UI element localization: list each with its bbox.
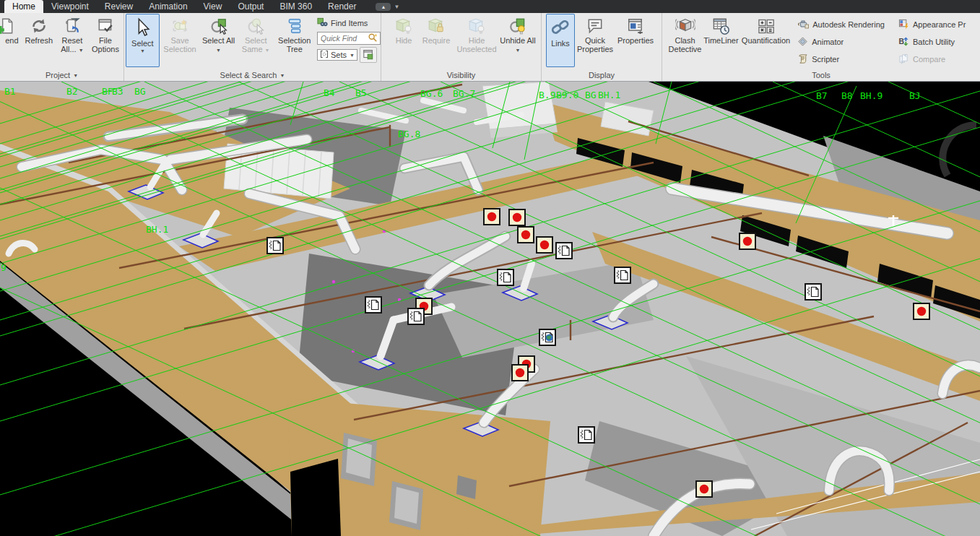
quick-properties-icon <box>586 15 604 37</box>
link-document-marker[interactable] <box>267 238 283 254</box>
select-same-icon <box>246 15 265 37</box>
link-document-marker[interactable] <box>615 267 630 283</box>
timeliner-button[interactable]: TimeLiner <box>702 14 740 67</box>
compare-icon <box>898 53 909 66</box>
clash-marker[interactable] <box>518 227 534 243</box>
grid-label: BG <box>585 90 597 100</box>
link-document-marker[interactable] <box>805 284 821 300</box>
clash-marker[interactable] <box>696 481 712 497</box>
links-button[interactable]: Links <box>546 14 575 67</box>
grid-label: B8 <box>841 90 853 101</box>
tab-home[interactable]: Home <box>4 0 43 13</box>
require-button[interactable]: Require <box>419 14 454 67</box>
panel-footer-select-search[interactable]: Select & Search▼ <box>124 69 381 81</box>
model-viewport[interactable]: B1B2BFB3BGB4B5BG.6BG.7BG.8B.9B9.0BGBH.1B… <box>0 82 980 536</box>
ribbon-display-toggle[interactable]: ▲ ▼ <box>376 0 399 13</box>
select-cursor-icon <box>132 15 152 40</box>
autodesk-rendering-button[interactable]: Autodesk Rendering <box>797 16 893 33</box>
panel-footer-tools[interactable]: Tools <box>662 69 980 81</box>
sets-dropdown[interactable]: Sets ▼ <box>317 49 357 61</box>
append-label: end <box>5 37 18 46</box>
unhide-all-icon <box>508 15 527 37</box>
panel-select-search: Select ▼ Save Selection Select All ▼ Se <box>124 13 381 81</box>
quick-properties-button[interactable]: Quick Properties <box>575 14 615 67</box>
clash-marker[interactable] <box>914 303 929 319</box>
clash-marker[interactable] <box>740 233 755 249</box>
panel-visibility-title: Visibility <box>447 71 476 79</box>
quick-find-search-icon[interactable] <box>368 33 378 46</box>
autodesk-rendering-icon <box>797 18 809 31</box>
refresh-label: Refresh <box>25 37 53 46</box>
scripter-button[interactable]: Scripter <box>797 51 893 68</box>
tab-viewpoint[interactable]: Viewpoint <box>43 0 97 13</box>
compare-button[interactable]: Compare <box>898 51 979 68</box>
grid-label: B9.0 <box>556 90 578 100</box>
tab-list: HomeViewpointReviewAnimationViewOutputBI… <box>4 0 364 13</box>
appearance-profiler-button[interactable]: Appearance Pr <box>898 16 979 33</box>
quantification-label: Quantification <box>742 37 790 46</box>
properties-button[interactable]: Properties <box>615 14 656 67</box>
select-all-button[interactable]: Select All ▼ <box>200 14 237 67</box>
grid-label: BJ <box>909 90 921 101</box>
select-all-label: Select All ▼ <box>200 37 237 53</box>
link-document-marker[interactable] <box>498 269 513 285</box>
append-button[interactable]: end <box>1 14 22 67</box>
batch-utility-icon: B <box>898 36 909 48</box>
ribbon: end Refresh Reset All... ▼ File Options <box>0 13 980 82</box>
reset-all-button[interactable]: Reset All... ▼ <box>56 14 89 67</box>
quantification-button[interactable]: Quantification <box>740 14 792 67</box>
hide-button[interactable]: Hide <box>389 14 419 67</box>
quick-properties-label: Quick Properties <box>575 37 615 53</box>
select-same-button[interactable]: Select Same ▼ <box>237 14 275 67</box>
tab-bim-360[interactable]: BIM 360 <box>272 0 320 13</box>
quick-find-box <box>317 31 379 45</box>
unhide-all-button[interactable]: Unhide All ▼ <box>500 14 536 67</box>
grid-label: BH.1 <box>598 90 620 100</box>
save-selection-label: Save Selection <box>160 37 200 53</box>
svg-text:B: B <box>898 38 903 46</box>
clash-marker[interactable] <box>484 209 500 225</box>
find-items-button[interactable]: Find Items <box>317 17 379 29</box>
link-document-marker[interactable] <box>365 297 381 313</box>
clash-marker[interactable] <box>509 209 525 225</box>
selection-tree-button[interactable]: Selection Tree <box>274 14 314 67</box>
tab-view[interactable]: View <box>196 0 230 13</box>
animator-button[interactable]: Animator <box>797 33 893 51</box>
manage-sets-button[interactable] <box>360 47 377 63</box>
clash-detective-button[interactable]: Clash Detective <box>668 14 702 67</box>
hide-unselected-label: Hide Unselected <box>454 37 500 53</box>
file-options-button[interactable]: File Options <box>89 14 122 67</box>
grid-label: B1 <box>4 86 16 97</box>
link-document-marker[interactable] <box>578 427 594 443</box>
grid-label: B3 <box>112 86 123 97</box>
animator-label: Animator <box>812 38 844 46</box>
select-button[interactable]: Select ▼ <box>126 14 160 67</box>
panel-footer-visibility[interactable]: Visibility <box>381 69 541 81</box>
tab-output[interactable]: Output <box>230 0 272 13</box>
properties-label: Properties <box>617 37 654 46</box>
hide-unselected-icon <box>467 15 486 37</box>
save-selection-icon <box>170 15 189 37</box>
reset-all-icon <box>63 15 82 37</box>
tab-render[interactable]: Render <box>320 0 364 13</box>
hide-unselected-button[interactable]: Hide Unselected <box>454 14 500 67</box>
collapse-ribbon-icon: ▲ <box>376 3 391 11</box>
refresh-button[interactable]: Refresh <box>22 14 56 67</box>
tab-animation[interactable]: Animation <box>141 0 195 13</box>
compare-label: Compare <box>913 55 945 64</box>
link-web-marker[interactable] <box>539 329 555 345</box>
clash-marker[interactable] <box>512 365 528 381</box>
panel-footer-display[interactable]: Display <box>542 69 662 81</box>
grid-label: BG <box>134 86 146 97</box>
links-label: Links <box>551 40 570 48</box>
batch-utility-button[interactable]: B Batch Utility <box>898 33 979 51</box>
tab-review[interactable]: Review <box>97 0 141 13</box>
append-icon <box>0 15 15 37</box>
link-document-marker[interactable] <box>408 308 424 324</box>
model-view-3d[interactable]: B1B2BFB3BGB4B5BG.6BG.7BG.8B.9B9.0BGBH.1B… <box>0 82 980 536</box>
timeliner-label: TimeLiner <box>703 37 739 46</box>
link-document-marker[interactable] <box>556 243 572 259</box>
panel-footer-project[interactable]: Project▼ <box>0 69 123 81</box>
save-selection-button[interactable]: Save Selection <box>160 14 200 67</box>
clash-marker[interactable] <box>537 237 552 253</box>
